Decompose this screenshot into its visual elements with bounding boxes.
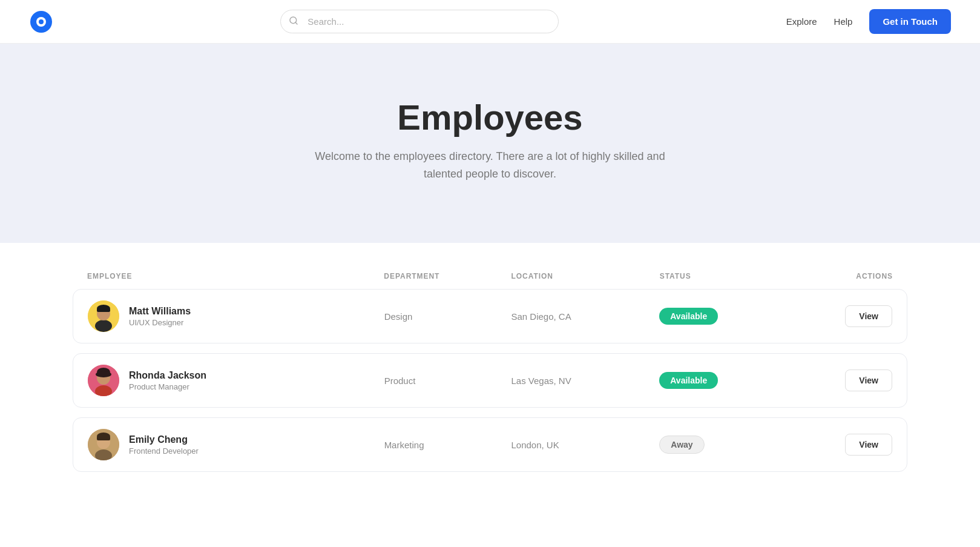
page-title: Employees — [29, 98, 951, 137]
employee-role: Frontend Developer — [129, 446, 199, 456]
col-header-location: LOCATION — [511, 272, 660, 280]
department-cell: Design — [384, 311, 511, 322]
view-button[interactable]: View — [845, 305, 892, 327]
department-cell: Marketing — [384, 440, 511, 450]
page-subtitle: Welcome to the employees directory. Ther… — [303, 148, 678, 183]
actions-cell: View — [786, 370, 892, 391]
employee-info-cell: Rhonda Jackson Product Manager — [88, 365, 384, 396]
employee-name: Matt Williams — [129, 306, 191, 317]
get-in-touch-button[interactable]: Get in Touch — [869, 9, 951, 34]
employee-role: Product Manager — [129, 382, 206, 391]
col-header-employee: EMPLOYEE — [87, 272, 384, 280]
svg-point-2 — [39, 19, 44, 24]
search-input[interactable] — [280, 10, 559, 33]
logo — [29, 10, 53, 34]
status-cell: Available — [659, 308, 786, 325]
col-header-department: DEPARTMENT — [384, 272, 511, 280]
table-row: Emily Cheng Frontend Developer Marketing… — [73, 417, 907, 472]
help-link[interactable]: Help — [834, 16, 853, 27]
employees-table-section: EMPLOYEE DEPARTMENT LOCATION STATUS ACTI… — [0, 243, 980, 518]
location-cell: San Diego, CA — [511, 311, 659, 322]
actions-cell: View — [786, 305, 892, 327]
view-button[interactable]: View — [845, 370, 892, 391]
avatar — [88, 429, 119, 460]
employee-name: Emily Cheng — [129, 434, 199, 445]
employee-role: UI/UX Designer — [129, 318, 191, 327]
table-row: Rhonda Jackson Product Manager Product L… — [73, 353, 907, 408]
location-cell: London, UK — [511, 440, 659, 450]
explore-link[interactable]: Explore — [786, 16, 817, 27]
view-button[interactable]: View — [845, 434, 892, 456]
actions-cell: View — [786, 434, 892, 456]
status-cell: Available — [659, 372, 786, 389]
department-cell: Product — [384, 376, 511, 386]
avatar — [88, 365, 119, 396]
table-header: EMPLOYEE DEPARTMENT LOCATION STATUS ACTI… — [73, 272, 907, 289]
svg-point-14 — [96, 371, 111, 377]
employee-name: Rhonda Jackson — [129, 370, 206, 381]
employee-info-cell: Matt Williams UI/UX Designer — [88, 300, 384, 332]
table-row: Matt Williams UI/UX Designer Design San … — [73, 289, 907, 343]
location-cell: Las Vegas, NV — [511, 376, 659, 386]
status-cell: Away — [659, 436, 786, 454]
svg-rect-9 — [97, 308, 110, 312]
svg-point-6 — [95, 320, 112, 332]
svg-rect-19 — [97, 436, 110, 440]
col-header-status: STATUS — [660, 272, 787, 280]
status-badge: Away — [659, 436, 704, 454]
search-bar — [280, 10, 559, 33]
col-header-actions: ACTIONS — [787, 272, 893, 280]
navbar-right: Explore Help Get in Touch — [786, 9, 951, 34]
employee-info-cell: Emily Cheng Frontend Developer — [88, 429, 384, 460]
app-logo-icon — [29, 10, 53, 34]
status-badge: Available — [659, 308, 718, 325]
status-badge: Available — [659, 372, 718, 389]
hero-section: Employees Welcome to the employees direc… — [0, 44, 980, 243]
avatar — [88, 300, 119, 332]
navbar: Explore Help Get in Touch — [0, 0, 980, 44]
